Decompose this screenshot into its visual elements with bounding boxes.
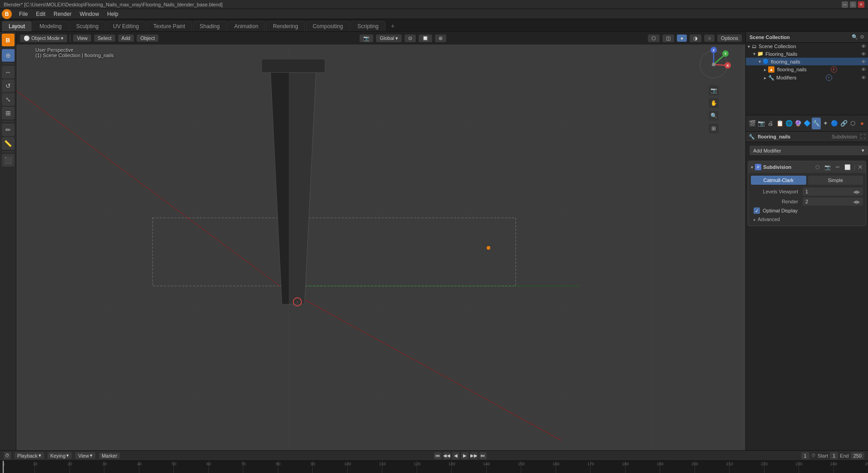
menu-file[interactable]: File (15, 10, 31, 18)
current-frame-field[interactable]: 1 (801, 452, 809, 459)
add-menu[interactable]: Add (118, 34, 134, 42)
tab-animation[interactable]: Animation (227, 21, 265, 31)
view-menu[interactable]: View (73, 34, 91, 42)
scale-tool[interactable]: ⤡ (2, 93, 15, 106)
blender-logo[interactable]: B (2, 9, 12, 19)
modifier-cage-icon[interactable]: ⬜ (843, 163, 852, 171)
advanced-row[interactable]: ▸ Advanced (751, 216, 863, 223)
xray-toggle[interactable]: ◫ (662, 34, 674, 42)
move-view-btn[interactable]: ✋ (709, 98, 719, 108)
scene-collection-visibility[interactable]: 👁 (861, 44, 866, 49)
close-button[interactable]: ✕ (858, 1, 864, 8)
keyframe-jump-end[interactable]: ⏭ (479, 452, 487, 459)
menu-window[interactable]: Window (76, 10, 103, 18)
proportional-edit[interactable]: ⊚ (435, 34, 446, 42)
tab-modeling[interactable]: Modeling (33, 21, 69, 31)
play-forward[interactable]: ▶ (461, 452, 469, 459)
prop-icon-render[interactable]: 📷 (757, 118, 766, 129)
optimal-display-checkbox[interactable]: ✓ (754, 207, 760, 214)
mesh-visibility[interactable]: 👁 (861, 67, 866, 72)
tab-uv-editing[interactable]: UV Editing (106, 21, 146, 31)
prop-icon-physics[interactable]: 🔵 (830, 118, 839, 129)
menu-render[interactable]: Render (50, 10, 75, 18)
prev-keyframe[interactable]: ◀◀ (443, 452, 450, 459)
outliner-scene-collection[interactable]: ▾ 🗂 Scene Collection 👁 (746, 43, 868, 50)
tab-layout[interactable]: Layout (2, 21, 32, 31)
cursor-tool[interactable]: ⊕ (2, 49, 15, 62)
timeline-editor-icon[interactable]: ⏱ (4, 452, 11, 459)
outliner-flooring-nails-mesh[interactable]: ▸ ▲ flooring_nails F 👁 (746, 65, 868, 74)
keyframe-jump-start[interactable]: ⏮ (434, 452, 441, 459)
snap-toggle[interactable]: 🔲 (419, 34, 432, 42)
playback-dropdown[interactable]: Playback ▾ (15, 452, 44, 459)
levels-viewport-value[interactable]: 1 ◀▶ (803, 187, 863, 196)
viewport-shading-render[interactable]: ○ (704, 34, 715, 42)
simple-button[interactable]: Simple (808, 176, 863, 185)
prop-icon-material[interactable]: ● (858, 118, 867, 129)
catmull-clark-button[interactable]: Catmull-Clark (751, 176, 806, 185)
prop-icon-particles[interactable]: ✦ (821, 118, 830, 129)
tab-shading[interactable]: Shading (193, 21, 227, 31)
tab-compositing[interactable]: Compositing (306, 21, 350, 31)
transform-tool[interactable]: ⊞ (2, 107, 15, 119)
play-reverse[interactable]: ◀ (452, 452, 459, 459)
frame-all-btn[interactable]: ⊞ (709, 123, 719, 133)
outliner-filter-icon[interactable]: 🔍 (852, 34, 858, 40)
viewport-global[interactable]: Global ▾ (376, 34, 402, 42)
add-cube-tool[interactable]: ⬛ (2, 154, 15, 167)
render-value[interactable]: 2 ◀▶ (803, 197, 863, 206)
modifier-expand-icon[interactable]: ⛶ (860, 133, 865, 140)
move-tool[interactable]: ↔ (2, 66, 15, 79)
outliner-settings-icon[interactable]: ⚙ (860, 34, 864, 40)
annotate-tool[interactable]: ✏ (2, 123, 15, 136)
flooring-nails-visibility[interactable]: 👁 (861, 51, 866, 57)
prop-icon-data[interactable]: ⬡ (848, 118, 858, 129)
viewport-3d[interactable]: ⚪ Object Mode ▾ View Select Add Object 📷… (16, 32, 745, 450)
prop-icon-output[interactable]: 🖨 (766, 118, 775, 129)
modifier-expand-arrow[interactable]: ▾ (751, 165, 753, 170)
modifier-realtime-icon[interactable]: ⬡ (814, 163, 822, 171)
viewport-camera[interactable]: 📷 (360, 34, 373, 42)
add-modifier-button[interactable]: Add Modifier ▾ (750, 146, 868, 155)
prop-icon-constraints[interactable]: 🔗 (839, 118, 848, 129)
camera-view-btn[interactable]: 📷 (709, 85, 719, 95)
object-mode-dropdown[interactable]: ⚪ Object Mode ▾ (20, 34, 67, 42)
modifier-close-button[interactable]: ✕ (858, 163, 863, 171)
outliner-flooring-nails-collection[interactable]: ▾ 📁 Flooring_Nails 👁 (746, 50, 868, 58)
minimize-button[interactable]: ─ (842, 1, 848, 8)
tab-sculpting[interactable]: Sculpting (69, 21, 105, 31)
tab-rendering[interactable]: Rendering (266, 21, 305, 31)
select-menu[interactable]: Select (94, 34, 115, 42)
timeline-frames[interactable]: 1102030405060708090100110120130140150160… (0, 461, 868, 473)
prop-icon-object[interactable]: 🔷 (803, 118, 812, 129)
viewport-shading-material[interactable]: ◑ (690, 34, 701, 42)
add-workspace-button[interactable]: + (386, 20, 399, 31)
tab-scripting[interactable]: Scripting (350, 21, 385, 31)
zoom-view-btn[interactable]: 🔍 (709, 111, 719, 121)
tab-texture-paint[interactable]: Texture Paint (147, 21, 192, 31)
modifier-render-icon[interactable]: 📷 (824, 163, 832, 171)
rotate-tool[interactable]: ↺ (2, 79, 15, 92)
prop-icon-scene2[interactable]: 🌐 (784, 118, 794, 129)
outliner-modifiers[interactable]: ▸ 🔧 Modifiers • 👁 (746, 74, 868, 82)
pivot-point[interactable]: ⊙ (404, 34, 416, 42)
outliner-flooring-nails-object[interactable]: ▾ 🔵 flooring_nails 👁 (746, 58, 868, 65)
modifier-editmode-icon[interactable]: ✏ (833, 163, 842, 171)
viewport-shading-solid[interactable]: ● (677, 34, 687, 42)
modifiers-visibility[interactable]: 👁 (861, 75, 866, 80)
object-menu[interactable]: Object (137, 34, 158, 42)
options-menu[interactable]: Options (717, 34, 742, 42)
menu-edit[interactable]: Edit (32, 10, 49, 18)
prop-icon-modifiers[interactable]: 🔧 (812, 118, 821, 129)
maximize-button[interactable]: □ (850, 1, 856, 8)
end-frame-field[interactable]: 250 (851, 452, 864, 459)
view-dropdown[interactable]: View ▾ (75, 452, 95, 459)
keying-dropdown[interactable]: Keying ▾ (48, 452, 72, 459)
prop-icon-scene[interactable]: 🎬 (748, 118, 757, 129)
frame-cursor[interactable] (3, 461, 4, 473)
prop-icon-view-layer[interactable]: 📋 (775, 118, 784, 129)
measure-tool[interactable]: 📏 (2, 137, 15, 150)
overlay-toggle[interactable]: ⬡ (648, 34, 660, 42)
flooring-nails-object-visibility[interactable]: 👁 (861, 59, 866, 64)
menu-help[interactable]: Help (104, 10, 122, 18)
